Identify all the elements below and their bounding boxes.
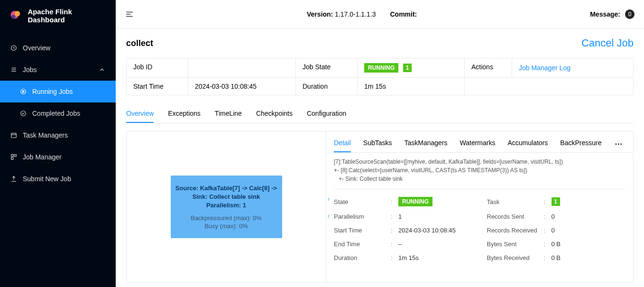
job-info-table: Job ID Job State RUNNING 1 Actions Job M…: [126, 58, 634, 95]
detail-tab-detail[interactable]: Detail: [334, 136, 351, 152]
info-cell-actions: Actions Job Manager Log: [464, 58, 633, 78]
sidebar-item-task-managers[interactable]: Task Managers: [0, 124, 116, 146]
info-label: Job ID: [127, 58, 188, 77]
sidebar: Apache Flink Dashboard Overview Jobs Run…: [0, 0, 116, 287]
list-icon: [10, 66, 17, 73]
chevron-left-icon[interactable]: [326, 213, 331, 218]
detail-body: [7]:TableSourceScan(table=[[myhive, defa…: [326, 153, 633, 273]
info-value: [188, 58, 295, 77]
sidebar-item-label: Job Manager: [23, 153, 62, 161]
info-cell-duration: Duration 1m 15s: [295, 78, 464, 95]
sidebar-item-label: Completed Jobs: [32, 110, 80, 117]
menu-fold-icon[interactable]: [125, 10, 134, 19]
graph-pane: Source: KafkaTable[7] -> Calc[8] -> Sink…: [127, 131, 326, 282]
graph-node-title: Source: KafkaTable[7] -> Calc[8] -> Sink…: [175, 184, 277, 210]
page-title: collect: [126, 38, 153, 48]
sidebar-item-completed-jobs[interactable]: Completed Jobs: [0, 102, 116, 124]
cancel-job-link[interactable]: Cancel Job: [581, 37, 634, 49]
info-value: RUNNING 1: [358, 58, 464, 77]
upload-icon: [10, 176, 17, 182]
brand-title: Apache Flink Dashboard: [28, 8, 106, 24]
svg-rect-12: [11, 155, 13, 157]
status-count-badge: 1: [403, 64, 412, 72]
info-value: 2024-03-03 10:08:45: [188, 78, 295, 95]
status-badge-running: RUNNING: [398, 197, 432, 206]
topbar: Version: 1.17.0-1.1.1.3 Commit: Message:…: [116, 0, 644, 28]
job-tabs: Overview Exceptions TimeLine Checkpoints…: [126, 105, 634, 123]
detail-pane: Detail SubTasks TaskManagers Watermarks …: [326, 131, 633, 282]
topbar-message: Message: 0: [590, 9, 635, 19]
sidebar-item-jobs[interactable]: Jobs: [0, 59, 116, 81]
info-cell-job-state: Job State RUNNING 1: [295, 58, 464, 78]
detail-tab-accumulators[interactable]: Accumulators: [507, 136, 548, 152]
detail-plan-text: [7]:TableSourceScan(table=[[myhive, defa…: [334, 157, 626, 183]
divider: [334, 189, 626, 189]
graph-node-busy: Busy (max): 0%: [175, 222, 277, 230]
detail-tab-taskmanagers[interactable]: TaskManagers: [405, 136, 448, 152]
svg-point-9: [21, 111, 26, 116]
detail-tab-backpressure[interactable]: BackPressure: [560, 136, 601, 152]
message-count-badge[interactable]: 0: [625, 9, 635, 19]
flink-logo-icon: [9, 9, 22, 22]
kv-state: State:RUNNING: [334, 197, 473, 206]
tab-timeline[interactable]: TimeLine: [215, 105, 242, 123]
detail-kv-grid: State:RUNNING Task:1 Parallelism:1 Recor…: [334, 197, 626, 268]
info-label: Duration: [296, 78, 358, 95]
page-head: collect Cancel Job: [126, 37, 634, 49]
message-label: Message:: [590, 10, 620, 18]
task-count-badge: 1: [552, 197, 560, 206]
chevron-right-icon[interactable]: [326, 195, 331, 201]
svg-point-1: [15, 11, 20, 17]
sidebar-item-submit-new-job[interactable]: Submit New Job: [0, 168, 116, 190]
sidebar-item-overview[interactable]: Overview: [0, 37, 116, 59]
sidebar-item-label: Jobs: [23, 66, 37, 74]
topbar-info: Version: 1.17.0-1.1.1.3 Commit:: [148, 10, 576, 18]
tab-overview[interactable]: Overview: [126, 105, 154, 123]
sidebar-item-label: Task Managers: [23, 131, 68, 139]
dashboard-icon: [10, 45, 17, 51]
sidebar-item-label: Overview: [23, 44, 50, 52]
info-cell-empty: [464, 78, 633, 95]
tab-checkpoints[interactable]: Checkpoints: [256, 105, 293, 123]
info-value: Job Manager Log: [512, 58, 633, 77]
sidebar-item-label: Submit New Job: [23, 175, 71, 183]
sidebar-item-job-manager[interactable]: Job Manager: [0, 146, 116, 168]
sidebar-item-running-jobs[interactable]: Running Jobs: [0, 81, 116, 102]
nav: Overview Jobs Running Jobs Completed Job…: [0, 31, 116, 190]
overview-panel: Source: KafkaTable[7] -> Calc[8] -> Sink…: [126, 131, 634, 283]
info-cell-job-id: Job ID: [127, 58, 295, 78]
main: Version: 1.17.0-1.1.1.3 Commit: Message:…: [116, 0, 644, 287]
build-icon: [10, 154, 17, 160]
svg-rect-10: [11, 133, 17, 138]
status-badge-running: RUNNING: [364, 63, 398, 73]
info-label: Job State: [296, 58, 358, 77]
info-label: [465, 78, 512, 95]
detail-tab-watermarks[interactable]: Watermarks: [460, 136, 496, 152]
svg-rect-13: [14, 155, 16, 157]
detail-tabs-more-icon[interactable]: ···: [615, 140, 626, 148]
kv-start-time: Start Time:2024-03-03 10:08:45: [334, 227, 473, 234]
kv-parallelism: Parallelism:1: [334, 213, 473, 220]
sidebar-item-label: Running Jobs: [32, 88, 73, 95]
info-cell-start-time: Start Time 2024-03-03 10:08:45: [127, 78, 295, 95]
graph-node-backpressure: Backpressured (max): 0%: [175, 214, 277, 222]
svg-marker-8: [23, 91, 25, 93]
graph-node[interactable]: Source: KafkaTable[7] -> Calc[8] -> Sink…: [171, 176, 282, 239]
pane-divider-controls: [326, 195, 331, 218]
kv-end-time: End Time:–: [334, 241, 473, 248]
commit-block: Commit:: [390, 10, 417, 18]
calendar-icon: [10, 132, 17, 139]
kv-bytes-sent: Bytes Sent:0 B: [487, 241, 626, 248]
play-circle-icon: [20, 88, 27, 95]
content: collect Cancel Job Job ID Job State RUNN…: [116, 28, 644, 287]
tab-exceptions[interactable]: Exceptions: [168, 105, 200, 123]
kv-records-received: Records Received:0: [487, 227, 626, 234]
brand: Apache Flink Dashboard: [0, 0, 116, 31]
detail-tab-subtasks[interactable]: SubTasks: [363, 136, 392, 152]
job-manager-log-link[interactable]: Job Manager Log: [519, 64, 570, 72]
info-label: Start Time: [127, 78, 188, 95]
info-value: 1m 15s: [358, 78, 464, 95]
chevron-up-icon: [99, 66, 105, 73]
svg-point-2: [11, 15, 15, 19]
tab-configuration[interactable]: Configuration: [307, 105, 346, 123]
